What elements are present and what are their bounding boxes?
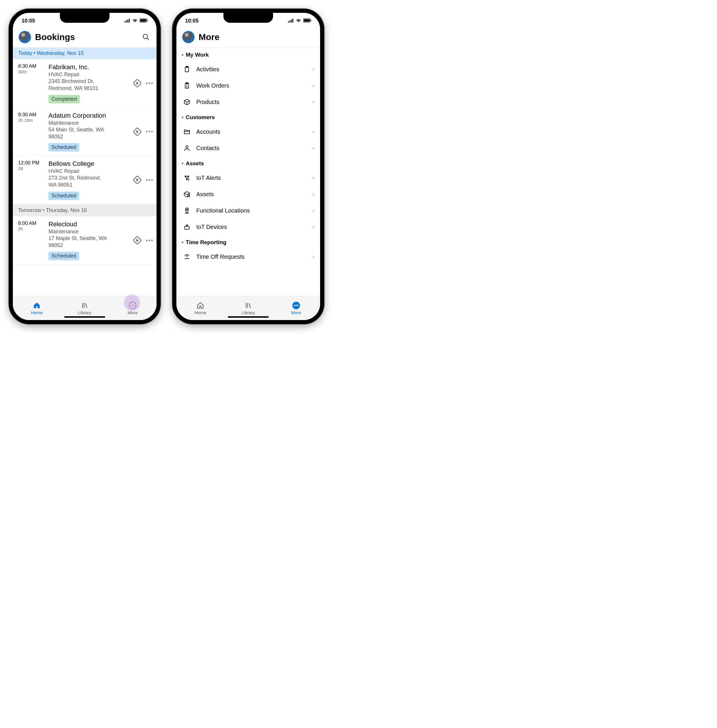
menu-label: Accounts xyxy=(196,128,307,135)
directions-icon[interactable] xyxy=(132,127,142,137)
menu-item[interactable]: Contacts › xyxy=(176,140,320,156)
address: 17 Maple St, Seattle, WA98052 xyxy=(49,235,128,249)
phone-bookings: 10:05 Bookings Today • Wednesday, Nov 15… xyxy=(9,9,161,324)
clipboard-icon xyxy=(183,65,191,73)
clipboard-alert-icon xyxy=(183,81,191,90)
customer-name: Relecloud xyxy=(49,220,128,228)
svg-rect-5 xyxy=(140,19,146,21)
svg-point-7 xyxy=(143,34,148,38)
svg-rect-2 xyxy=(127,20,128,23)
tab-more[interactable]: More xyxy=(109,296,157,320)
home-indicator[interactable] xyxy=(64,316,105,318)
menu-item[interactable]: Activities › xyxy=(176,61,320,77)
more-actions-icon[interactable]: ••• xyxy=(146,177,154,183)
box-tool-icon xyxy=(183,190,191,198)
service-type: HVAC Repair xyxy=(49,168,128,174)
menu-label: Contacts xyxy=(196,145,307,151)
booking-row[interactable]: 8:00 AM2h Relecloud Maintenance 17 Maple… xyxy=(13,217,157,265)
customer-name: Adatum Corporation xyxy=(49,112,128,119)
svg-rect-0 xyxy=(124,21,125,23)
section-header[interactable]: ▾Time Reporting xyxy=(176,235,320,249)
svg-rect-3 xyxy=(129,19,130,23)
iot-alert-icon: ! xyxy=(183,174,191,182)
menu-item[interactable]: Assets › xyxy=(176,186,320,202)
directions-icon[interactable] xyxy=(132,235,142,245)
chevron-right-icon: › xyxy=(313,99,314,105)
device-notch xyxy=(223,13,273,23)
svg-text:!: ! xyxy=(188,178,189,181)
home-indicator[interactable] xyxy=(228,316,269,318)
menu-label: Functional Locations xyxy=(196,208,307,214)
menu-label: Time Off Requests xyxy=(196,253,307,260)
tab-home[interactable]: Home xyxy=(13,296,61,320)
wifi-icon xyxy=(296,18,301,24)
menu-item[interactable]: Products › xyxy=(176,94,320,110)
device-icon xyxy=(183,223,191,231)
folder-icon xyxy=(183,128,191,136)
svg-point-17 xyxy=(131,305,131,306)
svg-point-36 xyxy=(188,176,189,177)
svg-line-43 xyxy=(189,196,190,197)
avatar[interactable] xyxy=(182,31,195,43)
menu-item[interactable]: Functional Locations › xyxy=(176,202,320,219)
device-notch xyxy=(60,13,110,23)
booking-time: 12:00 PM2d xyxy=(18,160,44,200)
directions-icon[interactable] xyxy=(132,78,142,88)
tab-label: Library xyxy=(78,310,92,315)
more-actions-icon[interactable]: ••• xyxy=(146,237,154,244)
avatar[interactable] xyxy=(19,31,31,43)
chevron-down-icon: ▾ xyxy=(182,162,183,166)
battery-icon xyxy=(140,18,148,24)
tab-label: Home xyxy=(31,310,43,315)
page-header: More xyxy=(176,29,320,47)
more-actions-icon[interactable]: ••• xyxy=(146,80,154,87)
phone-more: 10:05 More ▾My Work Activities › Work Or… xyxy=(172,9,324,324)
tab-more[interactable]: ••• More xyxy=(272,296,320,320)
booking-details: Fabrikam, Inc. HVAC Repair 2345 Birchwoo… xyxy=(49,63,128,103)
menu-item[interactable]: ! IoT Alerts › xyxy=(176,169,320,186)
more-icon: ••• xyxy=(292,302,300,309)
customer-name: Bellows College xyxy=(49,160,128,168)
battery-icon xyxy=(303,18,311,24)
section-header[interactable]: ▾My Work xyxy=(176,47,320,61)
menu-item[interactable]: IoT Devices › xyxy=(176,219,320,235)
date-header: Today • Wednesday, Nov 15 xyxy=(13,47,157,59)
bookings-list[interactable]: Today • Wednesday, Nov 15 8:30 AM30m Fab… xyxy=(13,47,157,296)
service-type: Maintenance xyxy=(49,120,128,126)
svg-rect-1 xyxy=(126,20,127,23)
chevron-down-icon: ▾ xyxy=(182,240,183,244)
tab-label: More xyxy=(128,310,137,315)
menu-item[interactable]: Time Off Requests › xyxy=(176,249,320,265)
menu-item[interactable]: Accounts › xyxy=(176,124,320,140)
chevron-right-icon: › xyxy=(313,224,314,230)
svg-rect-26 xyxy=(310,20,311,21)
search-icon[interactable] xyxy=(141,32,151,42)
section-header[interactable]: ▾Assets xyxy=(176,156,320,169)
booking-time: 8:30 AM30m xyxy=(18,63,44,103)
date-header: Tomorrow • Thursday, Nov 16 xyxy=(13,205,157,217)
booking-row[interactable]: 12:00 PM2d Bellows College HVAC Repair 2… xyxy=(13,156,157,205)
section-header[interactable]: ▾Customers xyxy=(176,110,320,124)
directions-icon[interactable] xyxy=(132,175,142,185)
cellular-icon xyxy=(124,18,130,24)
chevron-right-icon: › xyxy=(313,66,314,72)
booking-row[interactable]: 8:30 AM30m Fabrikam, Inc. HVAC Repair 23… xyxy=(13,59,157,108)
more-actions-icon[interactable]: ••• xyxy=(146,128,154,135)
svg-rect-23 xyxy=(292,19,293,23)
section-title: Assets xyxy=(186,160,204,167)
chevron-right-icon: › xyxy=(313,175,314,181)
tab-home[interactable]: Home xyxy=(176,296,224,320)
service-type: Maintenance xyxy=(49,229,128,235)
svg-line-38 xyxy=(185,177,187,179)
address: 2345 Birchwood Dr,Redmond, WA 98101 xyxy=(49,78,128,92)
booking-row[interactable]: 9:30 AM2h 15m Adatum Corporation Mainten… xyxy=(13,108,157,156)
chevron-down-icon: ▾ xyxy=(182,115,183,119)
svg-point-35 xyxy=(185,176,186,177)
cellular-icon xyxy=(288,18,294,24)
box-icon xyxy=(183,98,191,106)
more-list[interactable]: ▾My Work Activities › Work Orders › Prod… xyxy=(176,47,320,296)
svg-point-37 xyxy=(186,179,188,180)
menu-item[interactable]: Work Orders › xyxy=(176,77,320,94)
tab-bar: Home Library ••• More xyxy=(176,296,320,320)
vacation-icon xyxy=(183,253,191,261)
